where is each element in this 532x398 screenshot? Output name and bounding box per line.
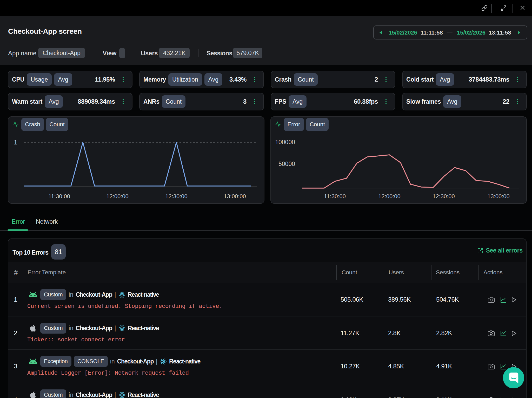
- svg-text:100000: 100000: [275, 139, 295, 145]
- svg-text:50000: 50000: [278, 161, 295, 167]
- svg-text:1: 1: [14, 139, 17, 146]
